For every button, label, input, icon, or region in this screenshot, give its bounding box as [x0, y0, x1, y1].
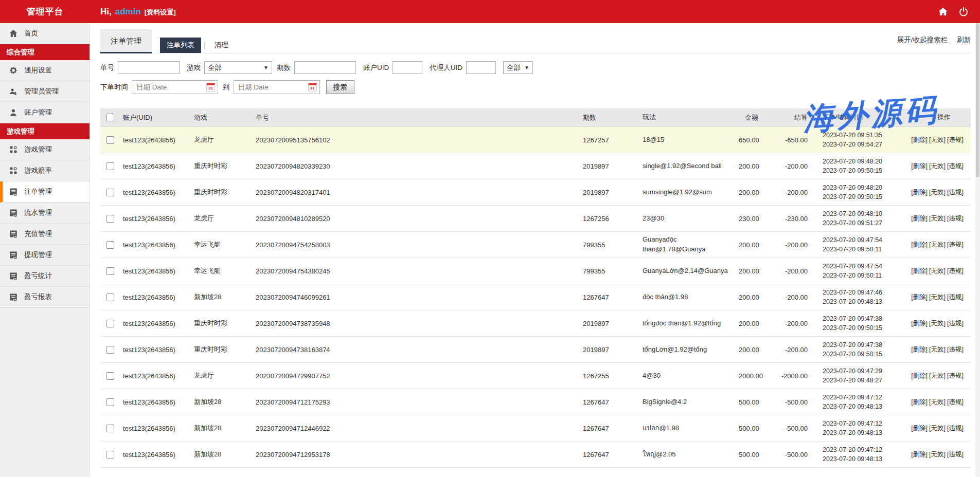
- sidebar-item-首页[interactable]: 首页: [0, 23, 90, 44]
- sidebar-item-流水管理[interactable]: 0 流水管理: [0, 203, 90, 224]
- sidebar-item-游戏管理[interactable]: 游戏管理: [0, 139, 90, 160]
- actions-cell: [删除][无效][违规]: [902, 267, 971, 276]
- invalid-link[interactable]: [无效]: [929, 241, 946, 248]
- violation-link[interactable]: [违规]: [947, 215, 964, 222]
- sidebar-item-账户管理[interactable]: 账户管理: [0, 102, 90, 123]
- row-checkbox[interactable]: [106, 425, 114, 432]
- doc-icon: 0: [9, 272, 17, 281]
- violation-link[interactable]: [违规]: [947, 320, 964, 327]
- sidebar-item-管理员管理[interactable]: 管理员管理: [0, 81, 90, 102]
- invalid-link[interactable]: [无效]: [929, 215, 946, 222]
- delete-link[interactable]: [删除]: [911, 189, 928, 196]
- row-checkbox[interactable]: [106, 136, 114, 144]
- delete-link[interactable]: [删除]: [911, 346, 928, 353]
- search-button[interactable]: 搜索: [326, 80, 354, 94]
- violation-link[interactable]: [违规]: [947, 267, 964, 274]
- violation-link[interactable]: [违规]: [947, 162, 964, 170]
- play-cell: sumsingle@1.92@sum: [640, 188, 736, 197]
- invalid-link[interactable]: [无效]: [929, 346, 946, 353]
- violation-link[interactable]: [违规]: [947, 398, 964, 406]
- invalid-link[interactable]: [无效]: [929, 293, 946, 301]
- violation-link[interactable]: [违规]: [947, 189, 964, 196]
- row-checkbox[interactable]: [106, 189, 114, 196]
- vertical-scrollbar[interactable]: [975, 23, 980, 477]
- row-checkbox[interactable]: [106, 346, 114, 354]
- delete-link[interactable]: [删除]: [911, 398, 928, 406]
- power-logout-icon[interactable]: [958, 7, 969, 17]
- date-to-input[interactable]: 日期 Date 31: [234, 80, 320, 94]
- period-input[interactable]: [294, 61, 356, 74]
- calendar-icon[interactable]: 31: [206, 83, 215, 91]
- play-cell: BigSignle@4.2: [640, 397, 736, 407]
- row-checkbox[interactable]: [106, 398, 114, 406]
- game-cell: 新加坡28: [191, 450, 253, 459]
- calendar-icon[interactable]: 31: [308, 83, 317, 91]
- delete-link[interactable]: [删除]: [911, 241, 928, 248]
- row-checkbox[interactable]: [106, 372, 114, 380]
- account-cell: test123(2643856): [120, 162, 191, 170]
- play-cell: tổngLớn@1.92@tổng: [640, 345, 736, 355]
- delete-link[interactable]: [删除]: [911, 267, 928, 274]
- delete-link[interactable]: [删除]: [911, 372, 928, 379]
- scrollbar-thumb[interactable]: [976, 23, 979, 177]
- home-icon[interactable]: [938, 7, 948, 17]
- toggle-search-link[interactable]: 展开/收起搜索栏: [897, 35, 948, 45]
- invalid-link[interactable]: [无效]: [929, 162, 946, 170]
- delete-link[interactable]: [删除]: [911, 451, 928, 458]
- tab-clean[interactable]: 清理: [208, 38, 235, 53]
- row-checkbox[interactable]: [106, 162, 114, 170]
- sidebar-item-盈亏统计[interactable]: 0 盈亏统计: [0, 266, 90, 287]
- sidebar-item-注单管理[interactable]: 0 注单管理: [0, 181, 90, 203]
- delete-link[interactable]: [删除]: [911, 293, 928, 301]
- invalid-link[interactable]: [无效]: [929, 136, 946, 143]
- order-no-input[interactable]: [118, 61, 180, 74]
- invalid-link[interactable]: [无效]: [929, 425, 946, 432]
- account-uid-input[interactable]: [393, 61, 422, 74]
- table-row: test123(2643856) 重庆时时彩 20230720094820317…: [100, 179, 971, 206]
- row-checkbox[interactable]: [106, 215, 114, 223]
- invalid-link[interactable]: [无效]: [929, 451, 946, 458]
- invalid-link[interactable]: [无效]: [929, 189, 946, 196]
- settle-time: 2023-07-20 09:48:13: [823, 428, 902, 437]
- delete-link[interactable]: [删除]: [911, 162, 928, 170]
- delete-link[interactable]: [删除]: [911, 136, 928, 143]
- settle-time: 2023-07-20 09:48:13: [823, 402, 902, 411]
- sidebar-item-label: 首页: [24, 29, 38, 38]
- invalid-link[interactable]: [无效]: [929, 320, 946, 327]
- row-checkbox[interactable]: [106, 320, 114, 327]
- agent-uid-input[interactable]: [466, 61, 496, 74]
- violation-link[interactable]: [违规]: [947, 451, 964, 458]
- violation-link[interactable]: [违规]: [947, 372, 964, 379]
- violation-link[interactable]: [违规]: [947, 425, 964, 432]
- date-from-input[interactable]: 日期 Date 31: [132, 80, 218, 94]
- profile-settings-link[interactable]: [资料设置]: [145, 8, 176, 17]
- violation-link[interactable]: [违规]: [947, 346, 964, 353]
- status-select[interactable]: 全部 ▼: [503, 61, 533, 74]
- refresh-link[interactable]: 刷新: [957, 35, 971, 45]
- violation-link[interactable]: [违规]: [947, 241, 964, 248]
- invalid-link[interactable]: [无效]: [929, 372, 946, 379]
- col-settle: 结算: [767, 113, 814, 122]
- amount-cell: 500.00: [736, 425, 767, 432]
- row-checkbox[interactable]: [106, 241, 114, 249]
- row-checkbox[interactable]: [106, 293, 114, 301]
- search-row-2: 下单时间 日期 Date 31 到 日期 Date 31 搜索: [100, 80, 971, 94]
- delete-link[interactable]: [删除]: [911, 215, 928, 222]
- game-select[interactable]: 全部 ▼: [204, 61, 272, 74]
- row-checkbox[interactable]: [106, 267, 114, 275]
- delete-link[interactable]: [删除]: [911, 320, 928, 327]
- sidebar-item-充值管理[interactable]: 0 充值管理: [0, 224, 90, 245]
- sidebar-item-游戏赔率[interactable]: 游戏赔率: [0, 160, 90, 181]
- row-checkbox[interactable]: [106, 451, 114, 458]
- sidebar-item-提现管理[interactable]: 0 提现管理: [0, 245, 90, 266]
- violation-link[interactable]: [违规]: [947, 293, 964, 301]
- sidebar-item-通用设置[interactable]: 通用设置: [0, 60, 90, 81]
- invalid-link[interactable]: [无效]: [929, 267, 946, 274]
- sidebar-item-盈亏报表[interactable]: 0 盈亏报表: [0, 287, 90, 308]
- delete-link[interactable]: [删除]: [911, 425, 928, 432]
- tab-order-list[interactable]: 注单列表: [160, 38, 201, 53]
- select-all-checkbox[interactable]: [106, 114, 114, 121]
- table-row: test123(2643856) 龙虎厅 2023072009481028952…: [100, 206, 971, 232]
- invalid-link[interactable]: [无效]: [929, 398, 946, 406]
- violation-link[interactable]: [违规]: [947, 136, 964, 143]
